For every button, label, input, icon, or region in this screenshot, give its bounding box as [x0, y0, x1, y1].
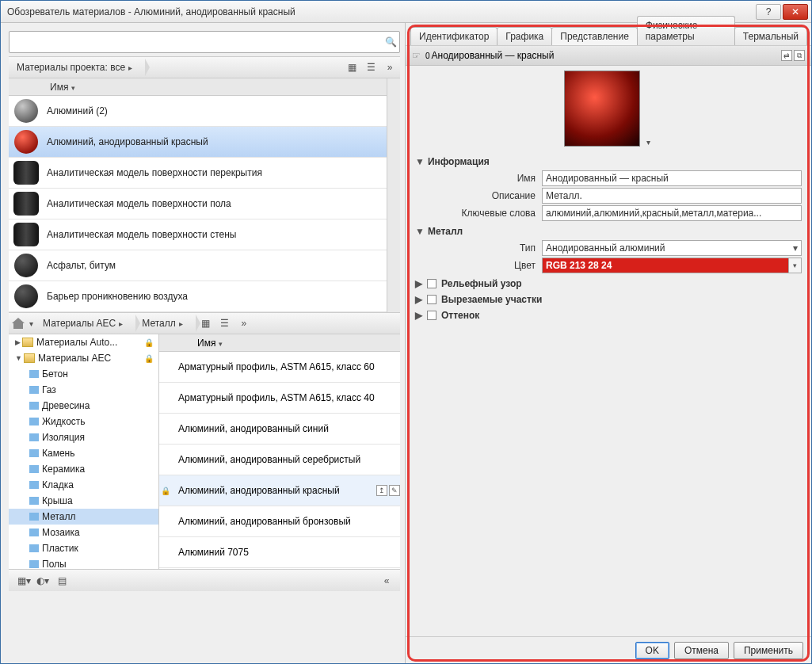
tree-item[interactable]: ▶Материалы Auto...🔒	[9, 334, 158, 350]
kw-field[interactable]: алюминий,алюминий,красный,металл,материа…	[542, 205, 802, 221]
collapse-panel-icon[interactable]: «	[378, 572, 395, 590]
tree-item[interactable]: Полы	[9, 556, 158, 569]
lib-expand-panel-icon[interactable]: »	[235, 315, 253, 332]
project-crumb[interactable]: Материалы проекта: все ▸	[10, 59, 145, 76]
section-tint[interactable]: ▶Оттенок	[415, 310, 802, 321]
expand-panel-icon[interactable]: »	[381, 59, 398, 76]
apply-up-icon[interactable]: ↥	[376, 485, 387, 496]
search-input[interactable]	[10, 35, 382, 49]
tree-item[interactable]: Мозаика	[9, 525, 158, 540]
asset-name: Анодированный — красный	[432, 50, 555, 61]
tree-label: Камень	[42, 448, 74, 459]
lib-crumb-0[interactable]: Материалы AEC▸	[36, 315, 135, 332]
library-material-row[interactable]: Алюминий, анодированный серебристый	[159, 445, 400, 475]
property-tabs: ИдентификаторГрафикаПредставлениеФизичес…	[406, 23, 811, 45]
color-picker-icon[interactable]: ▾	[789, 258, 802, 273]
section-cutout[interactable]: ▶Вырезаемые участки	[415, 294, 802, 305]
tree-item[interactable]: Древесина	[9, 398, 158, 414]
tree-item[interactable]: Пластик	[9, 540, 158, 556]
tree-item[interactable]: Изоляция	[9, 429, 158, 445]
cancel-button[interactable]: Отмена	[674, 642, 729, 659]
tab-4[interactable]: Термальный	[734, 27, 807, 45]
project-material-row[interactable]: Аналитическая модель поверхности пола	[9, 189, 387, 219]
help-button[interactable]: ?	[756, 4, 781, 20]
new-asset-icon[interactable]: ◐▾	[34, 572, 51, 590]
home-icon[interactable]	[12, 318, 25, 329]
desc-field[interactable]: Металл.	[542, 188, 802, 204]
tree-item[interactable]: Кладка	[9, 477, 158, 493]
folder-icon	[22, 338, 33, 347]
section-relief[interactable]: ▶Рельефный узор	[415, 278, 802, 289]
tree-item[interactable]: Газ	[9, 382, 158, 398]
tree-label: Пластик	[42, 543, 78, 554]
material-label: Аналитическая модель поверхности перекры…	[47, 167, 387, 178]
material-label: Алюминий, анодированный красный	[178, 485, 373, 496]
library-material-list[interactable]: Арматурный профиль, ASTM A615, класс 60А…	[159, 352, 400, 569]
open-library-icon[interactable]: ▤	[53, 572, 71, 590]
project-material-list[interactable]: Алюминий (2)Алюминий, анодированный крас…	[9, 96, 387, 312]
duplicate-asset-icon[interactable]: ⧉	[794, 50, 805, 61]
apply-button[interactable]: Применить	[734, 642, 803, 659]
tab-0[interactable]: Идентификатор	[410, 27, 497, 45]
project-material-row[interactable]: Асфальт, битум	[9, 250, 387, 281]
tint-checkbox[interactable]	[427, 311, 436, 320]
library-material-row[interactable]: Арматурный профиль, ASTM A615, класс 60	[159, 352, 400, 383]
lib-view-list-icon[interactable]: ☰	[216, 315, 234, 332]
type-dropdown[interactable]: Анодированный алюминий	[542, 240, 802, 256]
relief-checkbox[interactable]	[427, 279, 436, 288]
name-field[interactable]: Анодированный — красный	[542, 170, 802, 186]
tree-item[interactable]: Керамика	[9, 461, 158, 477]
tree-label: Материалы Auto...	[36, 337, 117, 348]
kw-label: Ключевые слова	[415, 208, 542, 219]
material-label: Барьер проникновению воздуха	[47, 291, 387, 302]
tree-label: Бетон	[42, 368, 68, 380]
lib-crumb-1[interactable]: Металл▸	[135, 315, 195, 332]
category-icon	[29, 418, 39, 425]
material-label: Арматурный профиль, ASTM A615, класс 60	[178, 361, 400, 372]
preview-area: ▾	[406, 66, 811, 151]
library-material-row[interactable]: Арматурный профиль, ASTM A615, класс 40	[159, 383, 400, 414]
library-material-row[interactable]: Алюминий 7075	[159, 537, 400, 568]
replace-asset-icon[interactable]: ⇄	[781, 50, 792, 61]
project-material-row[interactable]: Алюминий (2)	[9, 96, 387, 127]
tree-item[interactable]: Крыша	[9, 493, 158, 509]
search-icon: 🔍	[382, 36, 399, 48]
library-material-row[interactable]: 🔒Алюминий, анодированный красный↥✎	[159, 475, 400, 506]
view-list-icon[interactable]: ☰	[362, 59, 379, 76]
preview-menu-icon[interactable]: ▾	[643, 138, 654, 147]
cutout-checkbox[interactable]	[427, 295, 436, 304]
lib-name-header[interactable]: Имя	[159, 334, 400, 352]
color-field[interactable]: RGB 213 28 24	[542, 258, 789, 273]
project-material-row[interactable]: Аналитическая модель поверхности перекры…	[9, 158, 387, 189]
tree-item[interactable]: Металл	[9, 509, 158, 525]
project-name-header[interactable]: Имя	[9, 78, 387, 96]
library-tree[interactable]: ▶Материалы Auto...🔒▼Материалы AEC🔒БетонГ…	[9, 334, 159, 569]
tab-3[interactable]: Физические параметры	[637, 16, 735, 45]
project-material-row[interactable]: Алюминий, анодированный красный	[9, 127, 387, 158]
library-material-row[interactable]: Алюминий, анодированный бронзовый	[159, 506, 400, 537]
material-label: Аналитическая модель поверхности стены	[47, 229, 387, 240]
ok-button[interactable]: OK	[635, 642, 669, 659]
tree-label: Материалы AEC	[38, 353, 111, 364]
section-metal[interactable]: ▼Металл	[415, 226, 802, 237]
new-material-icon[interactable]: ▦▾	[15, 572, 32, 590]
tab-2[interactable]: Представление	[551, 27, 638, 45]
close-button[interactable]: ✕	[783, 4, 808, 20]
tree-item[interactable]: ▼Материалы AEC🔒	[9, 350, 158, 366]
tab-1[interactable]: Графика	[497, 27, 552, 45]
tree-item[interactable]: Бетон	[9, 366, 158, 382]
library-material-row[interactable]: Алюминий, анодированный синий	[159, 414, 400, 445]
search-box[interactable]: 🔍	[9, 31, 400, 53]
project-scrollbar[interactable]	[387, 78, 400, 312]
category-icon	[29, 402, 39, 410]
properties-panel: ▼Информация ИмяАнодированный — красный О…	[406, 151, 811, 636]
project-material-row[interactable]: Аналитическая модель поверхности стены	[9, 219, 387, 250]
project-material-row[interactable]: Барьер проникновению воздуха	[9, 281, 387, 312]
section-info[interactable]: ▼Информация	[415, 156, 802, 167]
material-label: Алюминий, анодированный красный	[47, 136, 387, 147]
name-label: Имя	[415, 173, 542, 184]
tree-item[interactable]: Камень	[9, 445, 158, 461]
edit-icon[interactable]: ✎	[389, 485, 400, 496]
view-grid-icon[interactable]: ▦	[343, 59, 360, 76]
tree-item[interactable]: Жидкость	[9, 414, 158, 429]
